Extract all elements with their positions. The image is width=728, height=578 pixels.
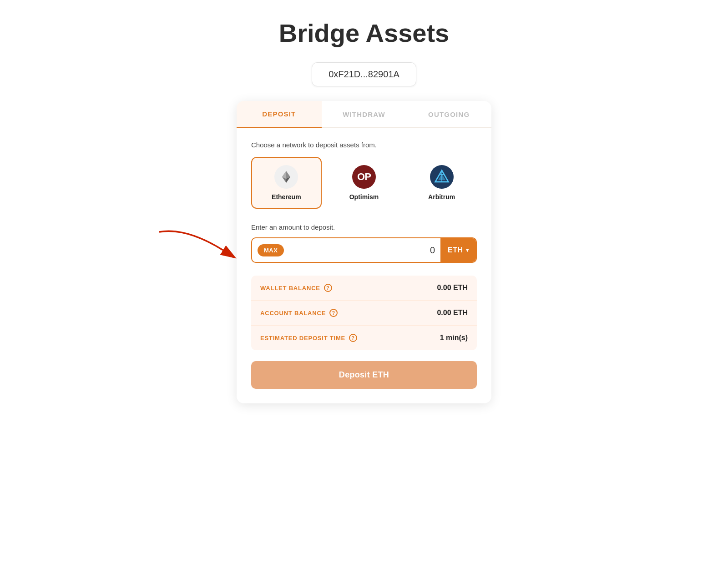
chevron-down-icon: ▾ bbox=[466, 247, 469, 253]
info-rows: WALLET BALANCE ? 0.00 ETH ACCOUNT BALANC… bbox=[251, 276, 477, 350]
wallet-balance-help[interactable]: ? bbox=[324, 284, 332, 292]
tab-withdraw[interactable]: WITHDRAW bbox=[322, 101, 407, 127]
estimated-time-label-group: ESTIMATED DEPOSIT TIME ? bbox=[260, 334, 357, 342]
optimism-label: Optimism bbox=[349, 193, 379, 201]
optimism-icon: OP bbox=[352, 165, 376, 189]
wallet-balance-row: WALLET BALANCE ? 0.00 ETH bbox=[251, 276, 477, 301]
amount-input-row: MAX ETH ▾ bbox=[251, 237, 477, 263]
deposit-button[interactable]: Deposit ETH bbox=[251, 361, 477, 389]
arbitrum-icon bbox=[430, 165, 454, 189]
token-select-button[interactable]: ETH ▾ bbox=[440, 238, 476, 262]
network-prompt: Choose a network to deposit assets from. bbox=[251, 141, 477, 149]
account-balance-label-group: ACCOUNT BALANCE ? bbox=[260, 309, 338, 317]
account-balance-value: 0.00 ETH bbox=[437, 309, 468, 317]
amount-input[interactable] bbox=[289, 239, 440, 262]
token-label: ETH bbox=[448, 246, 463, 254]
ethereum-icon bbox=[274, 165, 298, 189]
account-balance-row: ACCOUNT BALANCE ? 0.00 ETH bbox=[251, 301, 477, 326]
wallet-balance-label: WALLET BALANCE bbox=[260, 285, 320, 292]
network-ethereum[interactable]: Ethereum bbox=[251, 157, 322, 209]
estimated-time-value: 1 min(s) bbox=[440, 334, 468, 342]
tab-deposit[interactable]: DEPOSIT bbox=[237, 101, 322, 128]
page-title: Bridge Assets bbox=[279, 18, 450, 48]
max-button[interactable]: MAX bbox=[258, 244, 284, 256]
amount-prompt: Enter an amount to deposit. bbox=[251, 223, 477, 231]
wallet-balance-label-group: WALLET BALANCE ? bbox=[260, 284, 332, 292]
annotation-arrow bbox=[150, 223, 241, 259]
estimated-time-row: ESTIMATED DEPOSIT TIME ? 1 min(s) bbox=[251, 326, 477, 350]
estimated-time-help[interactable]: ? bbox=[349, 334, 357, 342]
network-selector: Ethereum OP Optimism bbox=[251, 157, 477, 209]
bridge-card: DEPOSIT WITHDRAW OUTGOING Choose a netwo… bbox=[237, 101, 491, 403]
wallet-balance-value: 0.00 ETH bbox=[437, 284, 468, 292]
network-arbitrum[interactable]: Arbitrum bbox=[406, 157, 477, 209]
ethereum-label: Ethereum bbox=[272, 193, 301, 201]
arbitrum-label: Arbitrum bbox=[428, 193, 455, 201]
card-body: Choose a network to deposit assets from. bbox=[237, 128, 491, 403]
tab-bar: DEPOSIT WITHDRAW OUTGOING bbox=[237, 101, 491, 128]
tab-outgoing[interactable]: OUTGOING bbox=[406, 101, 491, 127]
account-balance-label: ACCOUNT BALANCE bbox=[260, 310, 326, 317]
network-optimism[interactable]: OP Optimism bbox=[329, 157, 399, 209]
estimated-time-label: ESTIMATED DEPOSIT TIME bbox=[260, 335, 345, 342]
account-balance-help[interactable]: ? bbox=[329, 309, 338, 317]
wallet-address: 0xF21D...82901A bbox=[312, 62, 416, 86]
